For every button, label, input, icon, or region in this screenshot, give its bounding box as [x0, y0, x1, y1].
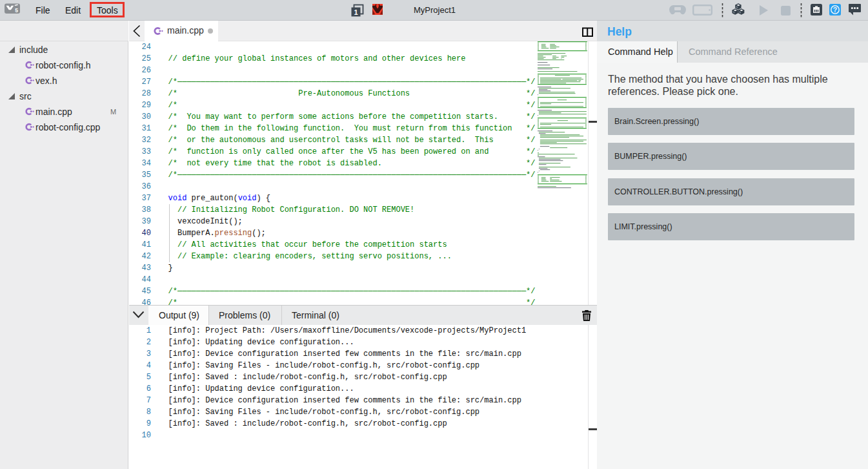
svg-text:?: ?: [833, 6, 837, 14]
svg-text:1: 1: [354, 8, 358, 16]
svg-text:5: 5: [15, 7, 18, 14]
